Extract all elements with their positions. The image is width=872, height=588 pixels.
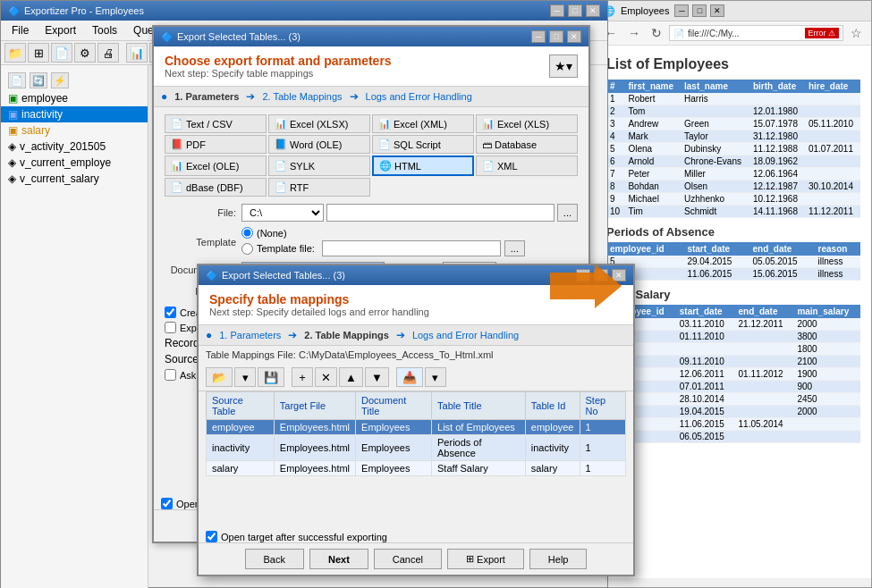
sidebar-item-v-activity[interactable]: ◈ v_activity_201505 [1,139,148,155]
format-html[interactable]: 🌐HTML [372,155,474,176]
export-btn-front[interactable]: ⊞Export [447,549,524,569]
format-database[interactable]: 🗃Database [476,135,578,154]
help-btn-front[interactable]: Help [529,549,588,569]
browser-star-btn[interactable]: ☆ [847,24,866,42]
back-btn-front[interactable]: Back [245,549,304,569]
file-path-input[interactable]: C:\MyData\Employees.html [326,204,555,222]
browser-forward-btn[interactable]: → [624,24,644,42]
format-xml[interactable]: 📊Excel (XML) [372,114,474,133]
app-close[interactable]: ✕ [586,4,600,17]
col-fname: first_name [624,80,681,93]
browser-refresh-btn[interactable]: ↻ [648,24,665,42]
template-path-input[interactable] [322,240,501,256]
file-icon: 📄 [673,29,684,38]
export-checkbox[interactable] [165,322,176,333]
sidebar-btn3[interactable]: ⚡ [51,72,69,88]
next-btn-front[interactable]: Next [309,549,368,569]
format-excel-ole[interactable]: 📊Excel (OLE) [165,155,267,176]
add-row-btn[interactable]: + [292,367,313,387]
toolbar-printer[interactable]: 🖨 [97,43,119,63]
mappings-table-wrapper: Source Table Target File Document Title … [206,391,626,476]
format-word[interactable]: 📘Word (OLE) [268,135,370,154]
dialog-back-header-title: Choose export format and parameters [165,54,392,68]
tab-parameters[interactable]: 1. Parameters [174,91,239,102]
dialog-back-minimize[interactable]: ─ [531,30,546,43]
format-dbase[interactable]: 📄dBase (DBF) [165,178,267,197]
tab-f-mappings[interactable]: 2. Table Mappings [304,330,389,340]
sidebar-item-inactivity[interactable]: ▣ inactivity [1,106,148,122]
toolbar-grid[interactable]: ⊞ [28,43,49,63]
sidebar-item-employee[interactable]: ▣ employee [1,90,148,106]
browser-close[interactable]: ✕ [710,4,724,17]
folder-open-btn[interactable]: 📂 [206,367,233,387]
delete-row-btn[interactable]: ✕ [315,367,337,387]
sidebar-item-salary[interactable]: ▣ salary [1,122,148,139]
create-checkbox[interactable] [165,307,176,318]
sidebar-item-v-employee[interactable]: ◈ v_current_employe [1,155,148,171]
format-rtf[interactable]: 📄RTF [268,178,370,197]
format-pdf[interactable]: 📕PDF [165,135,267,154]
tab-f-parameters[interactable]: 1. Parameters [219,330,281,340]
toolbar-doc[interactable]: 📄 [51,43,72,63]
format-sylk[interactable]: 📄SYLK [268,155,370,176]
app-minimize[interactable]: ─ [550,4,564,17]
toolbar-open[interactable]: 📁 [4,43,26,63]
open-target-checkbox-back[interactable] [161,498,173,509]
col-source-table: Source Table [207,392,275,420]
col-num: # [606,80,624,93]
template-browse-btn[interactable]: ... [504,240,525,256]
toolbar-settings[interactable]: ⚙ [74,43,96,63]
salary-row: 707.01.2011900 [606,381,860,393]
format-csv[interactable]: 📄Text / CSV [165,114,267,133]
menu-tools[interactable]: Tools [85,22,124,38]
format-xml2[interactable]: 📄XML [476,155,578,176]
ask-checkbox[interactable] [165,369,176,381]
format-xlsx[interactable]: 📊Excel (XLSX) [268,114,370,133]
template-none-radio[interactable] [241,227,253,239]
move-down-btn[interactable]: ▼ [365,367,389,387]
salary-row: 1006.05.2015 [606,431,860,443]
file-type-select[interactable]: C:\ [241,204,324,222]
mapping-row[interactable]: employeeEmployees.htmlEmployeesList of E… [207,420,626,435]
mappings-table: Source Table Target File Document Title … [206,391,626,476]
excel-ole-icon: 📊 [171,160,183,172]
browser-maximize[interactable]: □ [692,4,707,17]
front-footer-options: Open target after successful exporting [206,531,626,542]
cancel-btn-front[interactable]: Cancel [374,549,442,569]
browser-minimize[interactable]: ─ [674,4,689,17]
move-up-btn[interactable]: ▲ [339,367,363,387]
toolbar-dropdown-btn[interactable]: ▾ [234,367,256,387]
table-icon-employee: ▣ [8,92,18,105]
toolbar-table1[interactable]: 📊 [126,43,148,63]
browse-button[interactable]: ... [557,204,578,222]
sidebar-btn2[interactable]: 🔄 [30,72,47,88]
save-btn[interactable]: 💾 [258,367,284,387]
import-btn[interactable]: 📥 [396,367,423,387]
sidebar-btn1[interactable]: 📄 [8,72,26,88]
col-step-no: Step No [580,392,626,420]
html-icon: 🌐 [379,160,392,172]
format-sql[interactable]: 📄SQL Script [372,135,474,154]
bullet-f1: ● [206,329,212,341]
sidebar-item-v-salary[interactable]: ◈ v_current_salary [1,171,148,187]
salary-row: 819.04.20152000 [606,406,860,418]
tab-f-logs[interactable]: Logs and Error Handling [412,330,519,340]
mapping-row[interactable]: inactivityEmployees.htmlEmployeesPeriods… [207,435,626,461]
tab-mappings[interactable]: 2. Table Mappings [262,91,342,102]
sql-icon: 📄 [378,139,391,150]
menu-export[interactable]: Export [38,22,83,38]
import-dropdown-btn[interactable]: ▾ [425,367,446,387]
dialog-back-close[interactable]: ✕ [567,30,581,43]
dialog-back-maximize[interactable]: □ [549,30,563,43]
dialog-back-header-sub: Next step: Specify table mappings [165,68,392,79]
open-target-checkbox-front[interactable] [206,531,217,542]
app-maximize[interactable]: □ [568,4,582,17]
mapping-row[interactable]: salaryEmployees.htmlEmployeesStaff Salar… [207,461,626,476]
format-xls[interactable]: 📊Excel (XLS) [476,114,578,133]
template-file-radio[interactable] [241,243,253,255]
dialog-back-tabs: ● 1. Parameters ➔ 2. Table Mappings ➔ Lo… [154,87,588,107]
salary-row: 403.11.201021.12.20112000 [606,318,860,331]
favorite-btn[interactable]: ★▾ [549,55,578,78]
menu-file[interactable]: File [4,22,36,38]
tab-logs[interactable]: Logs and Error Handling [366,91,472,102]
